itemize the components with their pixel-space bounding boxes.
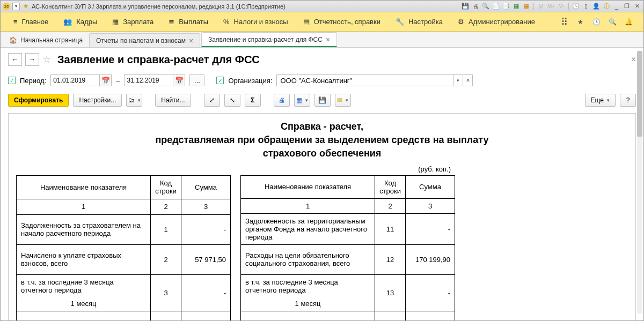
- search-icon[interactable]: 🔍: [607, 17, 618, 27]
- menu-payments[interactable]: ≣Выплаты: [161, 12, 216, 31]
- dash: –: [116, 77, 120, 85]
- calc-icon[interactable]: ▦: [512, 2, 521, 11]
- print-icon[interactable]: 🖨: [471, 2, 480, 11]
- org-label: Организация:: [228, 77, 272, 85]
- table-cell: 1: [151, 214, 181, 244]
- org-clear-icon[interactable]: ×: [463, 74, 473, 86]
- report-area[interactable]: Справка - расчет, представляемая при обр…: [8, 113, 636, 320]
- find-button[interactable]: Найти...: [155, 94, 191, 107]
- m-icon[interactable]: M: [537, 2, 545, 11]
- period-picker-button[interactable]: ...: [189, 74, 204, 86]
- col-name: Наименование показателя: [17, 175, 151, 199]
- preview-icon[interactable]: 🔍: [481, 2, 490, 11]
- favorite-page-icon[interactable]: ☆: [42, 54, 51, 65]
- m-minus-icon[interactable]: M-: [557, 2, 566, 11]
- history-icon[interactable]: 🕓: [591, 17, 602, 27]
- table-cell: -: [181, 274, 231, 311]
- more-button[interactable]: Еще▾: [585, 94, 616, 107]
- page-header: ← → ☆ Заявление и справка-расчет для ФСС…: [8, 53, 636, 66]
- col-code: Код строки: [375, 175, 406, 198]
- date-to-input[interactable]: 31.12.2019: [124, 74, 173, 86]
- people-icon: 👥: [63, 18, 72, 26]
- print-button[interactable]: 🖨: [274, 94, 290, 107]
- close-window-icon[interactable]: ✕: [633, 2, 641, 11]
- menubar: ≡Главное 👥Кадры ▦Зарплата ≣Выплаты %Нало…: [1, 12, 643, 32]
- user-icon[interactable]: 👤: [592, 2, 601, 11]
- tab-statement[interactable]: Заявление и справка-расчет для ФСС ×: [201, 32, 337, 47]
- organization-input[interactable]: ООО "АС-Консалтинг": [276, 74, 453, 86]
- menu-label: Главное: [22, 18, 49, 26]
- menu-taxes[interactable]: %Налоги и взносы: [216, 12, 296, 31]
- restore-icon[interactable]: ❐: [623, 2, 631, 11]
- menu-settings[interactable]: 🔧Настройка: [388, 12, 450, 31]
- tables-button[interactable]: ▦▾: [294, 94, 310, 107]
- settings-button[interactable]: Настройки...: [73, 94, 122, 107]
- content: ← → ☆ Заявление и справка-расчет для ФСС…: [1, 48, 643, 320]
- info-icon[interactable]: ⓘ: [602, 2, 611, 11]
- calendar-from-icon[interactable]: 📅: [100, 74, 112, 86]
- gear-icon: ⚙: [458, 18, 464, 26]
- m-plus-icon[interactable]: M+: [547, 2, 555, 11]
- list-icon: ≣: [169, 18, 174, 26]
- menu-label: Отчетность, справки: [314, 18, 380, 26]
- folder-icon: 🗂: [128, 96, 135, 104]
- save-icon[interactable]: 💾: [461, 2, 470, 11]
- menu-label: Кадры: [76, 18, 97, 26]
- menu-label: Налоги и взносы: [234, 18, 288, 26]
- apps-icon[interactable]: ⠿: [559, 17, 569, 27]
- tab-label: Отчеты по налогам и взносам: [96, 37, 186, 44]
- table-cell: 3: [151, 274, 181, 311]
- panel-icon[interactable]: ▯: [582, 2, 590, 11]
- tab-close-icon[interactable]: ×: [326, 36, 330, 43]
- calendar-icon[interactable]: ▦: [522, 2, 531, 11]
- dropdown-icon[interactable]: ▾: [12, 3, 20, 10]
- menu-reports[interactable]: ▤Отчетность, справки: [296, 12, 388, 31]
- form-button[interactable]: Сформировать: [8, 94, 69, 107]
- menu-admin[interactable]: ⚙Администрирование: [450, 12, 543, 31]
- favorite-icon[interactable]: ★: [22, 3, 30, 10]
- forward-button[interactable]: →: [25, 53, 39, 66]
- favorites-icon[interactable]: ★: [575, 17, 586, 27]
- table-cell: -: [181, 214, 231, 244]
- variants-button[interactable]: 🗂▾: [126, 94, 142, 107]
- email-button[interactable]: ✉▾: [335, 94, 351, 107]
- tab-reports[interactable]: Отчеты по налогам и взносам ×: [89, 33, 200, 47]
- table-cell: 4: [151, 311, 181, 320]
- help-button[interactable]: ?: [620, 94, 636, 107]
- col-code: Код строки: [151, 175, 181, 199]
- back-button[interactable]: ←: [8, 53, 22, 66]
- save-button[interactable]: 💾: [314, 94, 331, 107]
- collapse-icon: ⤡: [230, 96, 235, 104]
- calendar-to-icon[interactable]: 📅: [173, 74, 185, 86]
- scroll-thumb[interactable]: [637, 51, 642, 137]
- period-checkbox[interactable]: ✓: [8, 77, 16, 84]
- copy-icon[interactable]: 📄: [492, 2, 500, 11]
- menu-label: Настройка: [408, 18, 443, 26]
- report-title: Справка - расчет, представляемая при обр…: [16, 120, 628, 161]
- menu-personnel[interactable]: 👥Кадры: [56, 12, 105, 31]
- org-dropdown-icon[interactable]: ▾: [453, 74, 463, 86]
- tab-home[interactable]: 🏠 Начальная страница: [4, 33, 88, 47]
- printer-icon: 🖨: [279, 96, 285, 104]
- percent-icon: %: [223, 18, 230, 26]
- compare-icon[interactable]: 📑: [502, 2, 510, 11]
- scrollbar[interactable]: [637, 51, 642, 313]
- menu-label: Администрирование: [469, 18, 535, 26]
- minimize-icon[interactable]: _: [612, 2, 621, 11]
- menu-main[interactable]: ≡Главное: [6, 12, 56, 31]
- close-page-icon[interactable]: ×: [631, 55, 636, 64]
- bell-icon[interactable]: 🔔: [623, 17, 634, 27]
- clock-icon[interactable]: 🕓: [572, 2, 580, 11]
- tab-close-icon[interactable]: ×: [189, 37, 193, 44]
- table-cell: в т.ч. за последние 3 месяца отчетного п…: [17, 274, 151, 311]
- date-from-input[interactable]: 01.01.2019: [50, 74, 100, 86]
- sum-button[interactable]: Σ: [245, 94, 261, 107]
- org-checkbox[interactable]: ✓: [216, 77, 224, 84]
- expand-button[interactable]: ⤢: [204, 94, 220, 107]
- table-cell: -: [406, 274, 455, 311]
- titlebar: 1c ▾ ★ АС-Консалтинг ЗУП 3 / Зарплата и …: [1, 1, 643, 12]
- col-sum: Сумма: [406, 175, 455, 198]
- collapse-button[interactable]: ⤡: [224, 94, 240, 107]
- menu-salary[interactable]: ▦Зарплата: [105, 12, 161, 31]
- report-table-left: Наименование показателя Код строки Сумма…: [16, 175, 231, 320]
